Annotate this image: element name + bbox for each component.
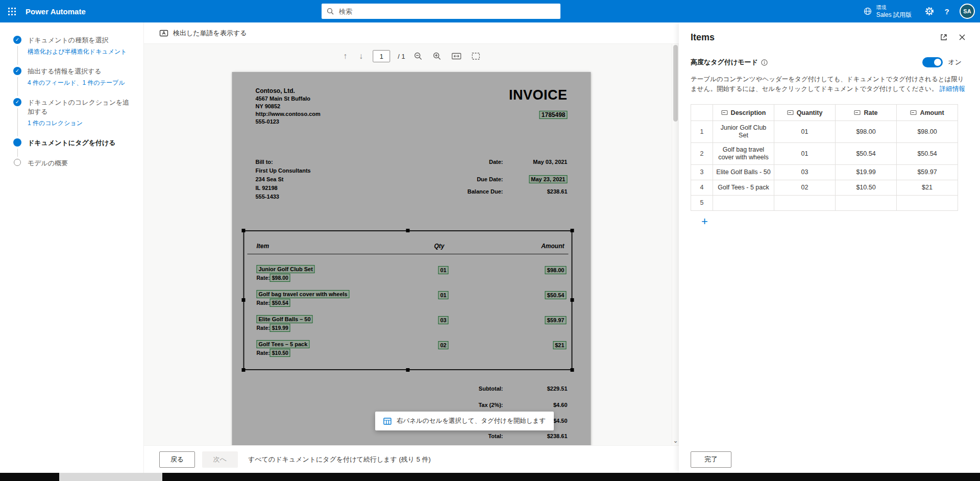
info-icon bbox=[761, 59, 768, 66]
cell-description[interactable]: Junior Golf Club Set bbox=[713, 121, 774, 143]
row-number-cell[interactable]: 4 bbox=[691, 180, 713, 196]
app-launcher-button[interactable] bbox=[0, 0, 23, 22]
item-name-tag[interactable]: Junior Golf Club Set bbox=[257, 265, 315, 273]
selection-handle[interactable] bbox=[242, 368, 246, 372]
selection-handle[interactable] bbox=[571, 298, 574, 302]
cell-rate[interactable]: $10.50 bbox=[836, 180, 897, 196]
step-add-collections[interactable]: ✓ ドキュメントのコレクションを追加する 1 件のコレクション bbox=[13, 98, 143, 138]
column-header-rate[interactable]: Rate bbox=[836, 105, 897, 121]
back-button[interactable]: 戻る bbox=[159, 451, 195, 468]
wizard-footer: 戻る 次へ すべてのドキュメントにタグを付けて続行します (残り 5 件) bbox=[144, 445, 679, 473]
cell-rate[interactable]: $98.00 bbox=[836, 121, 897, 143]
app-title: Power Automate bbox=[26, 7, 86, 16]
item-rate-tag[interactable]: $50.54 bbox=[270, 299, 290, 307]
environment-selector[interactable]: 環境 Sales 試用版 bbox=[863, 5, 912, 18]
cell-amount[interactable]: $50.54 bbox=[897, 143, 958, 165]
table-selection-region[interactable]: Item Qty Amount Junior Golf Club Set Rat… bbox=[243, 230, 573, 370]
close-panel-button[interactable] bbox=[954, 31, 970, 44]
item-name-tag[interactable]: Golf Tees – 5 pack bbox=[257, 340, 310, 348]
learn-more-link[interactable]: 詳細情報 bbox=[940, 85, 965, 92]
step-model-summary[interactable]: モデルの概要 bbox=[13, 159, 143, 179]
step-subtitle-link[interactable]: 4 件のフィールド、1 件のテーブル bbox=[28, 79, 125, 87]
text-field-icon bbox=[721, 109, 728, 116]
item-amount-tag[interactable]: $59.97 bbox=[545, 316, 567, 324]
selection-handle[interactable] bbox=[242, 229, 246, 232]
cell-description[interactable]: Elite Golf Balls - 50 bbox=[713, 165, 774, 180]
show-detected-words-toggle[interactable]: 検出した単語を表示する bbox=[159, 29, 247, 38]
selection-handle[interactable] bbox=[242, 298, 246, 302]
cell-amount[interactable] bbox=[897, 196, 958, 211]
selection-handle[interactable] bbox=[571, 229, 574, 232]
cell-description[interactable]: Golf bag travel cover with wheels bbox=[713, 143, 774, 165]
add-row-button[interactable]: + bbox=[697, 215, 712, 228]
item-amount-tag[interactable]: $98.00 bbox=[545, 266, 567, 274]
item-amount-tag[interactable]: $21 bbox=[553, 341, 566, 349]
selection-handle[interactable] bbox=[406, 229, 409, 232]
step-subtitle-link[interactable]: 構造化および半構造化ドキュメント bbox=[28, 47, 127, 56]
cell-amount[interactable]: $59.97 bbox=[897, 165, 958, 180]
row-number-cell[interactable]: 2 bbox=[691, 143, 713, 165]
cell-description[interactable] bbox=[713, 196, 774, 211]
duedate-tag[interactable]: May 23, 2021 bbox=[529, 175, 567, 183]
search-input[interactable] bbox=[338, 7, 555, 16]
previous-page-button[interactable]: ↑ bbox=[341, 51, 349, 62]
column-header-quantity[interactable]: Quantity bbox=[774, 105, 836, 121]
row-number-cell[interactable]: 1 bbox=[691, 121, 713, 143]
item-rate-tag[interactable]: $98.00 bbox=[270, 274, 290, 282]
advanced-mode-toggle[interactable] bbox=[922, 57, 943, 67]
scrollbar-thumb[interactable] bbox=[673, 45, 678, 122]
item-amount-tag[interactable]: $50.54 bbox=[545, 291, 567, 299]
page-number-input[interactable] bbox=[373, 50, 390, 62]
done-button[interactable]: 完了 bbox=[691, 451, 731, 468]
cell-amount[interactable]: $98.00 bbox=[897, 121, 958, 143]
column-header-amount[interactable]: Amount bbox=[897, 105, 958, 121]
item-name-tag[interactable]: Elite Golf Balls – 50 bbox=[257, 315, 313, 323]
cell-quantity[interactable]: 01 bbox=[774, 143, 836, 165]
item-qty-tag[interactable]: 03 bbox=[438, 316, 449, 324]
item-qty-tag[interactable]: 01 bbox=[438, 291, 449, 299]
cell-quantity[interactable] bbox=[774, 196, 836, 211]
cell-rate[interactable]: $19.99 bbox=[836, 165, 897, 180]
item-rate-tag[interactable]: $19.99 bbox=[270, 324, 290, 332]
environment-label: 環境 bbox=[876, 5, 912, 10]
row-number-cell[interactable]: 3 bbox=[691, 165, 713, 180]
selection-handle[interactable] bbox=[406, 368, 409, 372]
cell-quantity[interactable]: 01 bbox=[774, 121, 836, 143]
tagging-teaching-tooltip: 右パネルのセルを選択して、タグ付けを開始します bbox=[375, 412, 554, 430]
avatar[interactable]: SA bbox=[960, 4, 975, 19]
popout-button[interactable] bbox=[936, 31, 951, 44]
next-page-button[interactable]: ↓ bbox=[357, 51, 365, 62]
settings-button[interactable] bbox=[921, 0, 938, 22]
toggle-state-label: オン bbox=[948, 58, 962, 67]
item-rate-tag[interactable]: $10.50 bbox=[270, 349, 290, 357]
cell-quantity[interactable]: 02 bbox=[774, 180, 836, 196]
search-box[interactable] bbox=[322, 4, 560, 19]
invoice-number-tag[interactable]: 1785498 bbox=[540, 111, 568, 119]
fit-page-button[interactable] bbox=[471, 51, 482, 61]
cell-amount[interactable]: $21 bbox=[897, 180, 958, 196]
fit-width-button[interactable] bbox=[451, 51, 463, 61]
step-choose-information[interactable]: ✓ 抽出する情報を選択する 4 件のフィールド、1 件のテーブル bbox=[13, 67, 143, 98]
scroll-down-icon[interactable]: ⌄ bbox=[672, 437, 679, 444]
step-subtitle-link[interactable]: 1 件のコレクション bbox=[28, 119, 130, 127]
next-button[interactable]: 次へ bbox=[202, 451, 238, 468]
zoom-in-button[interactable] bbox=[432, 51, 443, 62]
step-document-type[interactable]: ✓ ドキュメントの種類を選択 構造化および半構造化ドキュメント bbox=[13, 36, 143, 67]
column-header-description[interactable]: Description bbox=[713, 105, 774, 121]
avatar-initials: SA bbox=[963, 8, 971, 14]
item-qty-tag[interactable]: 01 bbox=[438, 266, 449, 274]
selection-handle[interactable] bbox=[571, 368, 574, 372]
row-number-cell[interactable]: 5 bbox=[691, 196, 713, 211]
cell-quantity[interactable]: 03 bbox=[774, 165, 836, 180]
zoom-out-button[interactable] bbox=[413, 51, 424, 62]
cell-rate[interactable] bbox=[836, 196, 897, 211]
invoice-heading: INVOICE bbox=[509, 87, 568, 103]
step-tag-documents[interactable]: ドキュメントにタグを付ける bbox=[13, 138, 143, 159]
help-button[interactable]: ? bbox=[938, 0, 955, 22]
row-number-header[interactable] bbox=[691, 105, 713, 121]
item-name-tag[interactable]: Golf bag travel cover with wheels bbox=[257, 290, 350, 298]
viewer-scrollbar[interactable]: ⌄ bbox=[672, 44, 679, 445]
cell-rate[interactable]: $50.54 bbox=[836, 143, 897, 165]
cell-description[interactable]: Golf Tees - 5 pack bbox=[713, 180, 774, 196]
item-qty-tag[interactable]: 02 bbox=[438, 341, 449, 349]
